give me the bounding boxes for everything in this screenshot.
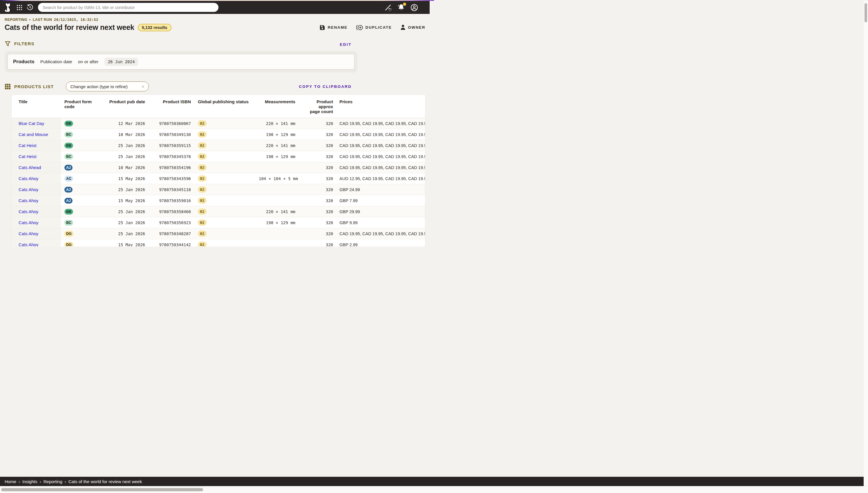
product-title-link[interactable]: Cats Ahoy [19,187,38,192]
cell-title: Cats Ahoy [12,228,61,239]
form-code-badge: BB [64,209,73,215]
product-title-link[interactable]: Cats Ahead [19,165,41,170]
cell-prices: GBP 24.99 [337,184,425,195]
page-title: Cats of the world for review next week [5,23,134,31]
cell-status: 02 [194,173,255,184]
cell-page-count: 320 [299,195,337,206]
cell-title: Cats Ahoy [12,195,61,206]
page-kicker: REPORTING • LAST RUN 26/12/2025, 16:32:5… [5,18,429,22]
filter-field: Publication date [40,59,72,64]
product-title-link[interactable]: Blue Cat Day [19,121,44,126]
products-table-card: Title Product form code Product pub date… [12,95,425,246]
owner-button[interactable]: OWNER [400,25,425,30]
cell-measurements: 198 × 129 mm [255,151,299,162]
table-row: Blue Cat Day BB 12 Mar 2026 978075036006… [12,118,425,129]
cell-prices: CAD 19.95, CAD 19.95, CAD 19.95, CAD 19.… [337,228,425,239]
table-header-row: Title Product form code Product pub date… [12,95,425,118]
duplicate-label: DUPLICATE [365,25,392,29]
rename-label: RENAME [327,25,347,29]
form-code-badge: AJ [64,187,72,193]
kicker-dot: • [29,18,31,22]
cell-isbn: 9780750359016 [149,195,194,206]
product-title-link[interactable]: Cats Ahoy [19,176,38,181]
search-input[interactable] [38,3,218,12]
product-title-link[interactable]: Cats Ahoy [19,242,38,246]
product-title-link[interactable]: Cats Ahoy [19,220,38,225]
cell-page-count: 320 [299,184,337,195]
copy-to-clipboard-link[interactable]: COPY TO CLIPBOARD [299,84,352,89]
cell-measurements: 220 × 141 mm [255,206,299,217]
form-code-badge: BC [64,132,73,137]
col-header-form-code: Product form code [61,95,104,118]
cell-title: Cats Ahoy [12,239,61,247]
cell-status: 02 [194,140,255,151]
cell-form-code: AJ [61,184,104,195]
cell-isbn: 9780750343596 [149,173,194,184]
cell-prices: GBP 29.99 [337,206,425,217]
duplicate-button[interactable]: DUPLICATE [356,24,392,31]
product-title-link[interactable]: Cats Ahoy [19,198,38,203]
filter-row[interactable]: Products Publication date on or after 26… [7,54,355,70]
edit-filters-link[interactable]: EDIT [340,42,352,47]
cell-prices: GBP 7.99 [337,195,425,206]
product-title-link[interactable]: Cat Heist [19,154,37,159]
cell-isbn: 9780750360067 [149,118,194,129]
form-code-badge: BC [64,154,73,159]
cell-form-code: BB [61,118,104,129]
cell-measurements [255,195,299,206]
filter-funnel-icon [5,41,11,47]
results-count-badge: 5,132 results [138,24,171,31]
cell-page-count: 320 [299,162,337,173]
cell-pub-date: 12 Mar 2026 [104,118,149,129]
cell-page-count: 320 [299,228,337,239]
cell-status: 02 [194,228,255,239]
cell-isbn: 9780750358460 [149,206,194,217]
account-icon[interactable] [410,4,418,11]
cell-status: 02 [194,129,255,140]
cell-form-code: BC [61,129,104,140]
cell-form-code: AJ [61,195,104,206]
change-action-select[interactable]: Change action (type to refine) ∨ [66,82,149,91]
product-title-link[interactable]: Cats Ahoy [19,231,38,236]
filter-entity: Products [13,59,35,65]
theme-toggle-icon[interactable] [384,4,392,11]
form-code-badge: BB [64,121,73,126]
table-row: Cat Heist BB 25 Jan 2026 9780750359115 0… [12,140,425,151]
cell-page-count: 320 [299,151,337,162]
save-icon [319,25,325,30]
col-header-page-count: Product approx page count [299,95,337,118]
table-row: Cats Ahoy BB 25 Jan 2026 9780750358460 0… [12,206,425,217]
cell-isbn: 9780750359115 [149,140,194,151]
cell-title: Cats Ahoy [12,206,61,217]
status-badge: 02 [198,241,207,246]
notifications-bell-icon[interactable] [398,4,405,11]
table-row: Cats Ahoy DG 25 Jan 2026 9780750348287 0… [12,228,425,239]
cell-pub-date: 15 May 2026 [104,239,149,247]
history-icon[interactable] [27,4,34,11]
status-badge: 02 [198,209,207,215]
table-row: Cats Ahead AJ 10 Mar 2026 9780750354196 … [12,162,425,173]
product-title-link[interactable]: Cat and Mouse [19,132,48,137]
apps-grid-icon[interactable] [17,5,22,10]
cell-pub-date: 25 Jan 2026 [104,140,149,151]
cell-pub-date: 25 Jan 2026 [104,151,149,162]
product-title-link[interactable]: Cats Ahoy [19,209,38,214]
rename-button[interactable]: RENAME [319,25,347,30]
cell-pub-date: 15 May 2026 [104,173,149,184]
filters-section-head: FILTERS EDIT [5,41,429,47]
cell-status: 02 [194,195,255,206]
kicker-section: REPORTING [5,18,27,22]
col-header-pub-date: Product pub date [104,95,149,118]
cat-logo-icon[interactable] [4,3,12,12]
cell-page-count: 320 [299,239,337,247]
cell-title: Cat Heist [12,140,61,151]
col-header-prices: Prices [337,95,425,118]
cell-status: 02 [194,217,255,228]
cell-page-count: 320 [299,118,337,129]
cell-pub-date: 25 Jan 2026 [104,184,149,195]
product-title-link[interactable]: Cat Heist [19,143,37,148]
cell-pub-date: 25 Jan 2026 [104,217,149,228]
cell-isbn: 9780750345118 [149,184,194,195]
table-row: Cats Ahoy DG 15 May 2026 9780750344142 0… [12,239,425,247]
filter-value-chip: 26 Jun 2024 [104,58,139,66]
